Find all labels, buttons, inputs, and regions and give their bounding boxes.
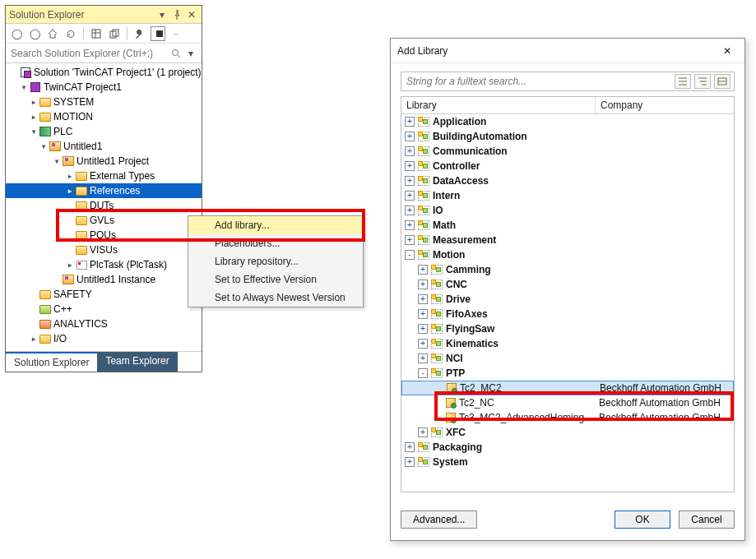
cat-controller[interactable]: +Controller xyxy=(401,159,734,173)
tree-references[interactable]: ▸References xyxy=(6,183,202,198)
lib-tc2-nc[interactable]: Tc2_NCBeckhoff Automation GmbH xyxy=(401,395,734,410)
cat-nci[interactable]: +NCI xyxy=(401,351,734,366)
collapse-icon[interactable]: - xyxy=(418,368,428,378)
expand-icon[interactable]: + xyxy=(405,206,415,215)
search-options-icon[interactable]: ▾ xyxy=(183,46,198,61)
cancel-button[interactable]: Cancel xyxy=(679,510,735,529)
tree-io[interactable]: ▸I/O xyxy=(6,331,202,346)
expand-icon[interactable]: + xyxy=(418,339,428,349)
tree-plc-inner[interactable]: ▾Untitled1 Project xyxy=(6,154,202,169)
cat-motion[interactable]: -Motion xyxy=(401,247,734,262)
ctx-placeholders[interactable]: Placeholders... xyxy=(188,234,363,252)
expand-icon[interactable]: + xyxy=(418,427,428,437)
cat-drive[interactable]: +Drive xyxy=(401,292,734,307)
tree-plc[interactable]: ▾PLC xyxy=(6,124,202,139)
refresh-icon[interactable] xyxy=(63,26,78,41)
cat-measurement[interactable]: +Measurement xyxy=(401,233,734,247)
ctx-library-repository[interactable]: Library repository... xyxy=(188,252,363,270)
expand-icon[interactable]: + xyxy=(418,265,428,275)
search-input[interactable] xyxy=(9,47,169,60)
cat-io[interactable]: +IO xyxy=(401,203,734,218)
tree-external-types[interactable]: ▸External Types xyxy=(6,169,202,183)
expand-icon[interactable]: + xyxy=(418,294,428,304)
header-library[interactable]: Library xyxy=(401,97,596,113)
cat-system[interactable]: +System xyxy=(401,455,734,469)
toggle-icon[interactable] xyxy=(151,26,165,41)
expand-icon[interactable]: + xyxy=(405,117,415,127)
dialog-search[interactable] xyxy=(401,72,735,91)
expand-icon[interactable]: + xyxy=(405,132,415,141)
view-list-icon[interactable] xyxy=(714,74,730,89)
forward-icon[interactable]: ◯ xyxy=(27,26,42,41)
ok-button[interactable]: OK xyxy=(615,510,670,529)
cat-packaging[interactable]: +Packaging xyxy=(401,440,734,455)
tree-system[interactable]: ▸SYSTEM xyxy=(6,95,202,109)
tree-pous[interactable]: POUs xyxy=(6,228,202,243)
tree-motion[interactable]: ▸MOTION xyxy=(6,109,202,124)
expand-icon[interactable]: + xyxy=(418,353,428,363)
cat-fifoaxes[interactable]: +FifoAxes xyxy=(401,307,734,321)
tree-instance[interactable]: Untitled1 Instance xyxy=(6,272,202,287)
lib-tc3-mc2-advhoming[interactable]: Tc3_MC2_AdvancedHomingBeckhoff Automatio… xyxy=(401,410,734,425)
expand-icon[interactable]: + xyxy=(405,161,415,171)
table-header: Library Company xyxy=(401,97,734,114)
close-icon[interactable]: ✕ xyxy=(717,42,738,60)
search-icon[interactable] xyxy=(169,46,183,61)
back-icon[interactable]: ◯ xyxy=(9,26,24,41)
cat-dataaccess[interactable]: +DataAccess xyxy=(401,173,734,188)
cat-camming[interactable]: +Camming xyxy=(401,262,734,277)
header-company[interactable]: Company xyxy=(596,97,734,113)
cat-flyingsaw[interactable]: +FlyingSaw xyxy=(401,321,734,336)
lib-tc2-mc2[interactable]: Tc2_MC2Beckhoff Automation GmbH xyxy=(401,381,734,395)
tree-analytics[interactable]: ANALYTICS xyxy=(6,316,202,331)
expand-icon[interactable]: + xyxy=(405,457,415,467)
tree-solution[interactable]: Solution 'TwinCAT Project1' (1 project) xyxy=(6,65,202,80)
expand-icon[interactable]: + xyxy=(405,235,415,245)
cat-intern[interactable]: +Intern xyxy=(401,188,734,203)
tree-project[interactable]: ▾TwinCAT Project1 xyxy=(6,80,202,95)
expand-icon[interactable]: + xyxy=(418,324,428,334)
cat-application[interactable]: +Application xyxy=(401,114,734,129)
expand-icon[interactable]: + xyxy=(405,191,415,201)
expand-icon[interactable]: + xyxy=(405,442,415,452)
cat-cnc[interactable]: +CNC xyxy=(401,277,734,292)
pin-icon[interactable] xyxy=(170,8,183,21)
advanced-button[interactable]: Advanced... xyxy=(401,510,477,529)
ctx-add-library[interactable]: Add library... xyxy=(188,216,363,234)
cat-kinematics[interactable]: +Kinematics xyxy=(401,336,734,351)
cat-communication[interactable]: +Communication xyxy=(401,144,734,159)
expand-icon[interactable]: + xyxy=(405,176,415,186)
expand-icon[interactable]: + xyxy=(405,146,415,156)
home-icon[interactable] xyxy=(45,26,60,41)
cat-math[interactable]: +Math xyxy=(401,218,734,233)
expand-icon[interactable]: + xyxy=(405,220,415,230)
close-icon[interactable]: ✕ xyxy=(185,8,198,21)
tree-gvls[interactable]: GVLs xyxy=(6,213,202,228)
scope-icon[interactable] xyxy=(89,26,104,41)
tree-plc-project[interactable]: ▾Untitled1 xyxy=(6,139,202,154)
solution-tree: Solution 'TwinCAT Project1' (1 project) … xyxy=(6,63,202,351)
dialog-search-input[interactable] xyxy=(405,75,671,88)
tab-solution-explorer[interactable]: Solution Explorer xyxy=(6,352,97,372)
tree-visus[interactable]: VISUs xyxy=(6,243,202,257)
view-flat-icon[interactable] xyxy=(675,74,691,89)
tab-team-explorer[interactable]: Team Explorer xyxy=(97,352,177,372)
wrench-icon[interactable] xyxy=(132,26,147,41)
view-tree-icon[interactable] xyxy=(694,74,711,89)
cat-building[interactable]: +BuildingAutomation xyxy=(401,129,734,144)
tree-cpp[interactable]: C++ xyxy=(6,302,202,316)
more-icon[interactable]: ·· xyxy=(169,26,183,41)
ctx-set-effective-version[interactable]: Set to Effective Version xyxy=(188,270,363,289)
tree-safety[interactable]: SAFETY xyxy=(6,287,202,302)
multi-icon[interactable] xyxy=(107,26,122,41)
ctx-set-newest-version[interactable]: Set to Always Newest Version xyxy=(188,289,363,307)
dropdown-icon[interactable]: ▾ xyxy=(155,8,169,21)
tree-plctask[interactable]: ▸PlcTask (PlcTask) xyxy=(6,257,202,272)
expand-icon[interactable]: + xyxy=(418,309,428,319)
cat-xfc[interactable]: +XFC xyxy=(401,425,734,440)
tree-duts[interactable]: DUTs xyxy=(6,198,202,213)
collapse-icon[interactable]: - xyxy=(405,250,415,260)
expand-icon[interactable]: + xyxy=(418,280,428,289)
solution-explorer-search[interactable]: ▾ xyxy=(6,44,202,63)
cat-ptp[interactable]: -PTP xyxy=(401,366,734,381)
